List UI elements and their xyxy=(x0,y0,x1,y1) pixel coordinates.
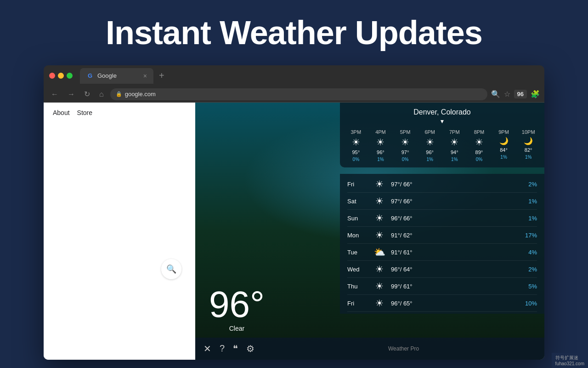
daily-panel: Fri☀97°/ 66°2%Sat☀97°/ 66°1%Sun☀96°/ 66°… xyxy=(340,174,544,314)
sidebar: About Store 🔍 xyxy=(44,103,195,360)
hour-label: 9PM xyxy=(498,129,509,135)
day-name: Wed xyxy=(347,266,368,273)
day-temps: 96°/ 65° xyxy=(391,300,519,307)
day-name: Mon xyxy=(347,232,368,239)
day-temps: 91°/ 61° xyxy=(391,249,519,256)
settings-icon[interactable]: ⚙ xyxy=(246,343,254,354)
quote-icon[interactable]: ❝ xyxy=(233,343,238,354)
day-temps: 96°/ 64° xyxy=(391,266,519,273)
day-temps: 97°/ 66° xyxy=(391,181,519,188)
hour-label: 4PM xyxy=(375,129,386,135)
hour-precip: 0% xyxy=(476,157,482,162)
search-button[interactable]: 🔍 xyxy=(161,259,181,279)
day-weather-icon: ☀ xyxy=(368,298,391,309)
hour-precip: 1% xyxy=(525,155,531,160)
day-precip: 2% xyxy=(519,181,537,188)
day-temps: 96°/ 66° xyxy=(391,215,519,222)
day-row: Thu☀99°/ 61°5% xyxy=(347,278,537,295)
day-name: Sat xyxy=(347,198,368,205)
page-title: Instant Weather Updates xyxy=(106,14,482,52)
hour-label: 5PM xyxy=(400,129,411,135)
hour-precip: 1% xyxy=(377,157,384,162)
back-button[interactable]: ← xyxy=(48,88,61,100)
new-tab-button[interactable]: + xyxy=(156,70,167,81)
hourly-column: 8PM☀89°0% xyxy=(467,129,492,162)
address-text: google.com xyxy=(125,91,156,98)
zoom-icon[interactable]: 🔍 xyxy=(491,90,500,98)
hour-precip: 0% xyxy=(402,157,408,162)
address-field[interactable]: 🔒 google.com xyxy=(110,88,487,100)
toolbar-left: ✕ ? ❝ ⚙ xyxy=(195,343,263,354)
bookmark-icon[interactable]: ☆ xyxy=(504,90,510,98)
day-temps: 97°/ 66° xyxy=(391,198,519,205)
current-temp: 96° Clear xyxy=(209,286,265,332)
day-row: Fri☀97°/ 66°2% xyxy=(347,176,537,193)
maximize-traffic-light[interactable] xyxy=(67,73,73,79)
traffic-lights xyxy=(49,73,73,79)
hour-weather-icon: 🌙 xyxy=(524,137,533,145)
day-row: Fri☀96°/ 65°10% xyxy=(347,295,537,312)
hour-temp: 84° xyxy=(500,147,508,153)
day-row: Sun☀96°/ 66°1% xyxy=(347,210,537,227)
hour-temp: 82° xyxy=(525,147,532,153)
sidebar-item-about[interactable]: About xyxy=(53,109,70,116)
day-precip: 10% xyxy=(519,300,537,307)
weather-toolbar: ✕ ? ❝ ⚙ Weather Pro xyxy=(195,338,544,360)
tab-close-button[interactable]: × xyxy=(143,72,147,80)
search-icon-area: 🔍 xyxy=(53,259,186,279)
day-precip: 1% xyxy=(519,215,537,222)
home-button[interactable]: ⌂ xyxy=(96,88,107,100)
extensions-icon[interactable]: 🧩 xyxy=(531,90,540,98)
day-name: Tue xyxy=(347,249,368,256)
day-precip: 2% xyxy=(519,266,537,273)
hour-weather-icon: ☀ xyxy=(401,137,409,148)
hourly-column: 6PM☀96°1% xyxy=(418,129,442,162)
hour-temp: 94° xyxy=(451,150,458,155)
hourly-grid: 3PM☀95°0%4PM☀96°1%5PM☀97°0%6PM☀96°1%7PM☀… xyxy=(344,129,541,162)
hourly-panel: Denver, Colorado ▼ 3PM☀95°0%4PM☀96°1%5PM… xyxy=(340,103,544,167)
minimize-traffic-light[interactable] xyxy=(58,73,64,79)
address-bar-row: ← → ↻ ⌂ 🔒 google.com 🔍 ☆ 96 🧩 xyxy=(44,86,544,103)
sidebar-nav: About Store xyxy=(53,109,186,116)
hour-precip: 0% xyxy=(353,157,359,162)
hour-temp: 97° xyxy=(401,150,409,155)
fuhao-badge: 符号扩展迷 fuhao321.com xyxy=(552,353,588,368)
day-name: Fri xyxy=(347,300,368,307)
google-icon: G xyxy=(88,72,92,79)
hour-label: 7PM xyxy=(449,129,460,135)
day-precip: 1% xyxy=(519,198,537,205)
day-row: Mon☀91°/ 62°17% xyxy=(347,227,537,244)
day-weather-icon: ☀ xyxy=(368,230,391,241)
browser-tab[interactable]: G Google × xyxy=(80,68,153,84)
fuhao-url: fuhao321.com xyxy=(555,361,584,366)
sidebar-item-store[interactable]: Store xyxy=(77,109,92,116)
weather-condition: Clear xyxy=(209,325,265,332)
forward-button[interactable]: → xyxy=(65,88,78,100)
location-off-icon[interactable]: ✕ xyxy=(204,343,211,354)
hour-label: 6PM xyxy=(424,129,435,135)
fuhao-label: 符号扩展迷 xyxy=(555,355,584,361)
day-temps: 99°/ 61° xyxy=(391,283,519,290)
hourly-column: 5PM☀97°0% xyxy=(393,129,418,162)
hour-label: 8PM xyxy=(474,129,485,135)
toolbar-icons: 🔍 ☆ 96 🧩 xyxy=(491,90,540,98)
location-chevron[interactable]: ▼ xyxy=(344,118,541,125)
browser-content: About Store 🔍 Denver, Colorado ▼ 3PM☀95°… xyxy=(44,103,544,360)
browser-window: G Google × + ← → ↻ ⌂ 🔒 google.com 🔍 ☆ 96… xyxy=(44,65,544,360)
refresh-button[interactable]: ↻ xyxy=(81,88,93,100)
hour-label: 10PM xyxy=(522,129,535,135)
location-header: Denver, Colorado xyxy=(344,108,541,116)
day-temps: 91°/ 62° xyxy=(391,232,519,239)
day-name: Thu xyxy=(347,283,368,290)
hour-temp: 96° xyxy=(426,150,434,155)
extension-badge[interactable]: 96 xyxy=(514,90,527,98)
hourly-column: 7PM☀94°1% xyxy=(442,129,467,162)
day-weather-icon: ☀ xyxy=(368,281,391,292)
tab-title: Google xyxy=(97,72,117,79)
close-traffic-light[interactable] xyxy=(49,73,55,79)
day-weather-icon: ☀ xyxy=(368,264,391,275)
lock-icon: 🔒 xyxy=(116,91,122,97)
day-precip: 5% xyxy=(519,283,537,290)
help-icon[interactable]: ? xyxy=(220,343,225,354)
hourly-column: 3PM☀95°0% xyxy=(344,129,368,162)
